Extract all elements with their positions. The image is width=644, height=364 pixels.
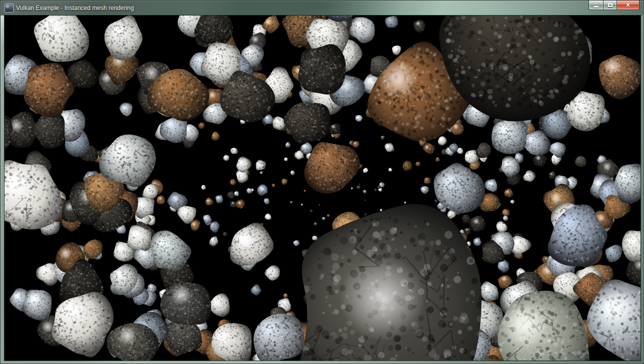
window-title: Vulkan Example - Instanced mesh renderin…	[16, 4, 134, 12]
app-icon	[5, 4, 13, 12]
minimize-icon	[594, 6, 598, 8]
close-icon: ✕	[626, 2, 630, 8]
window-controls: ✕	[588, 0, 640, 10]
window: Vulkan Example - Instanced mesh renderin…	[0, 0, 644, 364]
window-close-button[interactable]: ✕	[617, 0, 640, 10]
maximize-icon	[608, 4, 612, 7]
window-minimize-button[interactable]	[588, 0, 603, 10]
title-bar[interactable]: Vulkan Example - Instanced mesh renderin…	[0, 0, 644, 16]
render-viewport[interactable]	[4, 16, 640, 360]
window-maximize-button[interactable]	[603, 0, 617, 10]
